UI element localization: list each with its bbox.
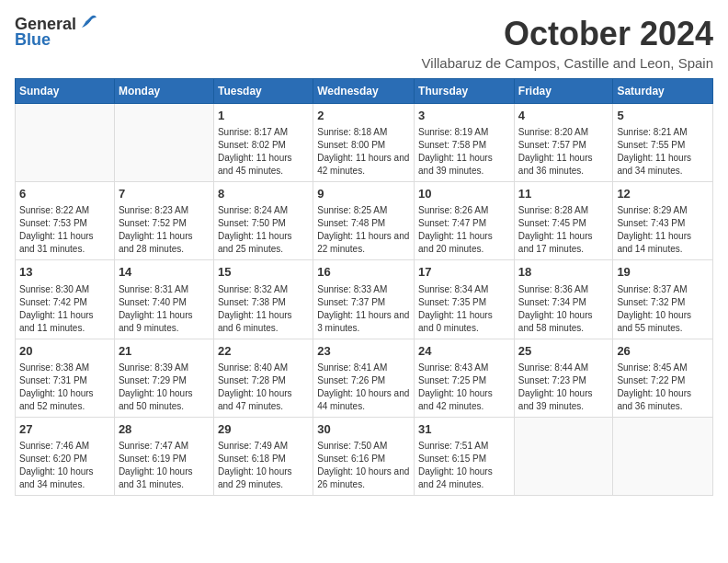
calendar-cell: 16Sunrise: 8:33 AM Sunset: 7:37 PM Dayli… [313,260,415,339]
calendar-cell: 24Sunrise: 8:43 AM Sunset: 7:25 PM Dayli… [415,339,515,417]
day-number: 3 [418,108,510,124]
calendar-cell: 5Sunrise: 8:21 AM Sunset: 7:55 PM Daylig… [613,104,713,182]
day-number: 21 [119,343,210,360]
day-number: 17 [418,264,510,281]
day-number: 29 [218,421,309,438]
day-info: Sunrise: 8:26 AM Sunset: 7:47 PM Dayligh… [418,204,510,256]
day-number: 22 [218,343,309,360]
day-number: 6 [19,186,110,202]
day-number: 24 [418,343,510,360]
week-row-3: 20Sunrise: 8:38 AM Sunset: 7:31 PM Dayli… [16,339,713,417]
calendar-cell: 11Sunrise: 8:28 AM Sunset: 7:45 PM Dayli… [514,182,613,260]
day-number: 12 [617,186,709,202]
week-row-1: 6Sunrise: 8:22 AM Sunset: 7:53 PM Daylig… [16,182,713,260]
day-info: Sunrise: 7:50 AM Sunset: 6:16 PM Dayligh… [317,440,410,491]
calendar-cell: 26Sunrise: 8:45 AM Sunset: 7:22 PM Dayli… [613,339,713,417]
calendar-cell: 8Sunrise: 8:24 AM Sunset: 7:50 PM Daylig… [213,182,313,260]
location-title: Villabaruz de Campos, Castille and Leon,… [422,55,713,71]
day-number: 1 [218,108,309,124]
day-number: 4 [518,108,609,124]
calendar-cell: 18Sunrise: 8:36 AM Sunset: 7:34 PM Dayli… [514,260,613,339]
day-number: 16 [317,264,410,281]
day-number: 23 [317,343,410,360]
day-info: Sunrise: 8:25 AM Sunset: 7:48 PM Dayligh… [317,204,410,256]
calendar-cell: 27Sunrise: 7:46 AM Sunset: 6:20 PM Dayli… [16,417,115,495]
day-info: Sunrise: 8:32 AM Sunset: 7:38 PM Dayligh… [218,283,309,335]
day-info: Sunrise: 8:31 AM Sunset: 7:40 PM Dayligh… [119,283,210,335]
weekday-header-monday: Monday [114,79,213,104]
calendar-cell: 19Sunrise: 8:37 AM Sunset: 7:32 PM Dayli… [613,260,713,339]
day-info: Sunrise: 8:33 AM Sunset: 7:37 PM Dayligh… [317,283,410,335]
calendar-cell: 9Sunrise: 8:25 AM Sunset: 7:48 PM Daylig… [313,182,415,260]
calendar-table: SundayMondayTuesdayWednesdayThursdayFrid… [15,78,713,496]
weekday-header-thursday: Thursday [415,79,515,104]
calendar-cell: 4Sunrise: 8:20 AM Sunset: 7:57 PM Daylig… [514,104,613,182]
day-number: 27 [19,421,110,438]
calendar-cell: 2Sunrise: 8:18 AM Sunset: 8:00 PM Daylig… [313,104,415,182]
day-info: Sunrise: 8:28 AM Sunset: 7:45 PM Dayligh… [518,204,609,256]
day-info: Sunrise: 8:37 AM Sunset: 7:32 PM Dayligh… [617,283,709,335]
calendar-cell [16,104,115,182]
weekday-header-row: SundayMondayTuesdayWednesdayThursdayFrid… [16,79,713,104]
day-info: Sunrise: 8:36 AM Sunset: 7:34 PM Dayligh… [518,283,609,335]
weekday-header-wednesday: Wednesday [313,79,415,104]
day-number: 10 [418,186,510,202]
day-number: 31 [418,421,510,438]
weekday-header-friday: Friday [514,79,613,104]
day-info: Sunrise: 8:39 AM Sunset: 7:29 PM Dayligh… [119,362,210,413]
day-info: Sunrise: 8:30 AM Sunset: 7:42 PM Dayligh… [19,283,110,335]
calendar-cell: 20Sunrise: 8:38 AM Sunset: 7:31 PM Dayli… [16,339,115,417]
day-info: Sunrise: 8:45 AM Sunset: 7:22 PM Dayligh… [617,362,709,413]
calendar-cell: 30Sunrise: 7:50 AM Sunset: 6:16 PM Dayli… [313,417,415,495]
day-number: 20 [19,343,110,360]
day-number: 19 [617,264,709,281]
calendar-cell: 7Sunrise: 8:23 AM Sunset: 7:52 PM Daylig… [114,182,213,260]
calendar-cell: 12Sunrise: 8:29 AM Sunset: 7:43 PM Dayli… [613,182,713,260]
day-info: Sunrise: 7:49 AM Sunset: 6:18 PM Dayligh… [218,440,309,491]
day-info: Sunrise: 7:46 AM Sunset: 6:20 PM Dayligh… [19,440,110,491]
day-number: 13 [19,264,110,281]
calendar-cell [514,417,613,495]
logo: General Blue [15,15,98,50]
weekday-header-saturday: Saturday [613,79,713,104]
day-number: 8 [218,186,309,202]
day-number: 25 [518,343,609,360]
calendar-cell: 17Sunrise: 8:34 AM Sunset: 7:35 PM Dayli… [415,260,515,339]
calendar-cell: 10Sunrise: 8:26 AM Sunset: 7:47 PM Dayli… [415,182,515,260]
calendar-cell: 15Sunrise: 8:32 AM Sunset: 7:38 PM Dayli… [213,260,313,339]
calendar-cell: 22Sunrise: 8:40 AM Sunset: 7:28 PM Dayli… [213,339,313,417]
day-number: 30 [317,421,410,438]
calendar-cell [613,417,713,495]
day-number: 28 [119,421,210,438]
calendar-cell: 3Sunrise: 8:19 AM Sunset: 7:58 PM Daylig… [415,104,515,182]
day-info: Sunrise: 8:29 AM Sunset: 7:43 PM Dayligh… [617,204,709,256]
calendar-cell: 28Sunrise: 7:47 AM Sunset: 6:19 PM Dayli… [114,417,213,495]
day-info: Sunrise: 8:38 AM Sunset: 7:31 PM Dayligh… [19,362,110,413]
day-info: Sunrise: 8:24 AM Sunset: 7:50 PM Dayligh… [218,204,309,256]
day-info: Sunrise: 8:43 AM Sunset: 7:25 PM Dayligh… [418,362,510,413]
logo-blue: Blue [15,30,51,49]
day-info: Sunrise: 8:19 AM Sunset: 7:58 PM Dayligh… [418,126,510,178]
day-number: 5 [617,108,709,124]
day-info: Sunrise: 8:17 AM Sunset: 8:02 PM Dayligh… [218,126,309,178]
week-row-2: 13Sunrise: 8:30 AM Sunset: 7:42 PM Dayli… [16,260,713,339]
day-number: 2 [317,108,410,124]
day-info: Sunrise: 8:22 AM Sunset: 7:53 PM Dayligh… [19,204,110,256]
day-number: 9 [317,186,410,202]
week-row-4: 27Sunrise: 7:46 AM Sunset: 6:20 PM Dayli… [16,417,713,495]
calendar-cell: 13Sunrise: 8:30 AM Sunset: 7:42 PM Dayli… [16,260,115,339]
calendar-cell [114,104,213,182]
weekday-header-tuesday: Tuesday [213,79,313,104]
calendar-cell: 1Sunrise: 8:17 AM Sunset: 8:02 PM Daylig… [213,104,313,182]
day-info: Sunrise: 7:47 AM Sunset: 6:19 PM Dayligh… [119,440,210,491]
day-number: 26 [617,343,709,360]
day-info: Sunrise: 7:51 AM Sunset: 6:15 PM Dayligh… [418,440,510,491]
day-info: Sunrise: 8:18 AM Sunset: 8:00 PM Dayligh… [317,126,410,178]
weekday-header-sunday: Sunday [16,79,115,104]
calendar-cell: 23Sunrise: 8:41 AM Sunset: 7:26 PM Dayli… [313,339,415,417]
day-number: 11 [518,186,609,202]
title-block: October 2024 Villabaruz de Campos, Casti… [422,15,713,71]
calendar-cell: 31Sunrise: 7:51 AM Sunset: 6:15 PM Dayli… [415,417,515,495]
calendar-cell: 14Sunrise: 8:31 AM Sunset: 7:40 PM Dayli… [114,260,213,339]
month-title: October 2024 [422,15,713,53]
